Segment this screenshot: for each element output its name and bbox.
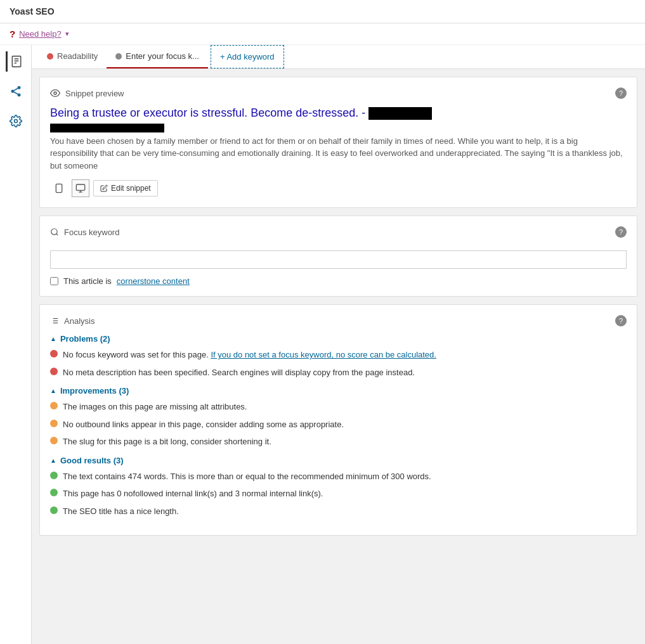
green-dot-2: [50, 489, 58, 496]
svg-point-10: [54, 92, 56, 94]
good-results-title-text: Good results (3): [60, 456, 124, 465]
snippet-title-line: Being a trustee or executor is stressful…: [50, 106, 627, 120]
svg-point-5: [11, 90, 14, 93]
tab-add-keyword[interactable]: + Add keyword: [211, 45, 284, 68]
problem-1-link[interactable]: If you do not set a focus keyword, no sc…: [211, 350, 436, 359]
good-results-chevron-icon: ▲: [50, 457, 56, 464]
analysis-item: No focus keyword was set for this page. …: [50, 349, 627, 361]
good-results-group: ▲ Good results (3) The text contains 474…: [50, 456, 627, 518]
help-bar: ? Need help? ▾: [0, 23, 645, 45]
orange-dot-2: [50, 420, 58, 427]
analysis-item: No meta description has been specified. …: [50, 366, 627, 379]
focus-keyword-title-row: Focus keyword: [50, 228, 119, 237]
analysis-item: No outbound links appear in this page, c…: [50, 418, 627, 431]
svg-point-6: [17, 93, 20, 96]
analysis-item: This page has 0 nofollowed internal link…: [50, 487, 627, 500]
improvements-group: ▲ Improvements (3) The images on this pa…: [50, 386, 627, 448]
cornerstone-label: This article is: [63, 276, 112, 286]
focus-keyword-header: Focus keyword ?: [50, 226, 627, 238]
snippet-title-text: Being a trustee or executor is stressful…: [50, 106, 365, 119]
snippet-url-redacted: [50, 124, 164, 132]
analysis-item: The images on this page are missing alt …: [50, 401, 627, 413]
analysis-help-circle[interactable]: ?: [615, 315, 627, 326]
improvements-group-title[interactable]: ▲ Improvements (3): [50, 386, 627, 396]
snippet-description: You have been chosen by a family member …: [50, 135, 627, 172]
readability-dot: [47, 53, 53, 60]
app-header: Yoast SEO: [0, 0, 645, 23]
improvements-chevron-icon: ▲: [50, 387, 56, 394]
edit-snippet-label: Edit snippet: [111, 184, 151, 193]
edit-snippet-button[interactable]: Edit snippet: [93, 180, 158, 196]
svg-rect-13: [76, 184, 84, 190]
problems-title-text: Problems (2): [60, 334, 110, 344]
problem-2-text: No meta description has been specified. …: [63, 366, 415, 379]
snippet-url-line: [50, 122, 627, 132]
svg-point-16: [51, 229, 57, 235]
svg-line-7: [14, 92, 18, 94]
svg-rect-11: [56, 184, 62, 193]
settings-gear-icon[interactable]: [6, 111, 26, 131]
analysis-panel-label: Analysis: [64, 316, 94, 326]
improvement-3-text: The slug for this page is a bit long, co…: [63, 435, 271, 448]
snippet-content: Being a trustee or executor is stressful…: [50, 106, 627, 172]
focus-keyword-input[interactable]: [50, 250, 627, 269]
improvements-title-text: Improvements (3): [60, 386, 129, 396]
svg-line-8: [14, 88, 18, 90]
sidebar: [0, 45, 32, 644]
snippet-help-circle[interactable]: ?: [615, 87, 627, 99]
focus-keyword-dot: [115, 53, 122, 60]
good-results-group-title[interactable]: ▲ Good results (3): [50, 456, 627, 465]
analysis-item: The text contains 474 words. This is mor…: [50, 470, 627, 483]
orange-dot-1: [50, 402, 58, 409]
svg-line-17: [56, 234, 58, 236]
tab-readability[interactable]: Readability: [38, 45, 107, 68]
pencil-icon: [100, 184, 108, 192]
cornerstone-row: This article is cornerstone content: [50, 276, 627, 286]
improvement-2-text: No outbound links appear in this page, c…: [63, 418, 344, 431]
search-icon: [50, 228, 59, 236]
tab-focus-keyword[interactable]: Enter your focus k...: [107, 45, 208, 68]
analysis-header: Analysis ?: [50, 315, 627, 326]
svg-point-9: [14, 120, 17, 123]
snippet-title-redacted: [368, 107, 432, 120]
snippet-controls: Edit snippet: [50, 179, 627, 197]
help-question-icon: ?: [10, 29, 15, 39]
snippet-header: Snippet preview ?: [50, 87, 627, 99]
orange-dot-3: [50, 437, 58, 444]
main-content: Readability Enter your focus k... + Add …: [32, 45, 645, 644]
improvement-1-text: The images on this page are missing alt …: [63, 401, 247, 413]
good-result-2-text: This page has 0 nofollowed internal link…: [63, 487, 323, 500]
need-help-link[interactable]: Need help?: [19, 29, 62, 39]
snippet-preview-panel: Snippet preview ? Being a trustee or exe…: [39, 77, 637, 208]
mobile-device-icon[interactable]: [50, 179, 68, 197]
cornerstone-content-link[interactable]: cornerstone content: [117, 276, 190, 286]
snippet-title-row: Snippet preview: [50, 88, 124, 98]
eye-icon: [50, 88, 60, 98]
green-dot-1: [50, 472, 58, 479]
snippet-panel-label: Snippet preview: [65, 89, 124, 98]
focus-keyword-help-circle[interactable]: ?: [615, 226, 627, 238]
problem-1-text: No focus keyword was set for this page.: [63, 350, 209, 359]
analysis-panel: Analysis ? ▲ Problems (2) No focus keywo…: [39, 304, 637, 536]
tabs-bar: Readability Enter your focus k... + Add …: [32, 45, 645, 69]
desktop-device-icon[interactable]: [72, 179, 89, 197]
svg-point-4: [17, 86, 20, 89]
red-dot-2: [50, 368, 58, 375]
problems-group: ▲ Problems (2) No focus keyword was set …: [50, 334, 627, 378]
problems-group-title[interactable]: ▲ Problems (2): [50, 334, 627, 344]
analysis-item: The SEO title has a nice length.: [50, 505, 627, 518]
list-icon: [50, 316, 59, 325]
help-chevron-icon: ▾: [65, 30, 69, 38]
red-dot-1: [50, 350, 58, 357]
good-result-3-text: The SEO title has a nice length.: [63, 505, 179, 518]
analysis-item: The slug for this page is a bit long, co…: [50, 435, 627, 448]
analysis-title-row: Analysis: [50, 316, 94, 326]
problems-chevron-icon: ▲: [50, 335, 56, 342]
cornerstone-checkbox[interactable]: [50, 277, 58, 285]
focus-keyword-panel: Focus keyword ? This article is cornerst…: [39, 216, 637, 297]
green-dot-3: [50, 506, 58, 514]
document-icon[interactable]: [6, 51, 26, 72]
good-result-1-text: The text contains 474 words. This is mor…: [63, 470, 431, 483]
focus-keyword-label: Focus keyword: [64, 228, 119, 237]
share-icon[interactable]: [6, 81, 26, 101]
